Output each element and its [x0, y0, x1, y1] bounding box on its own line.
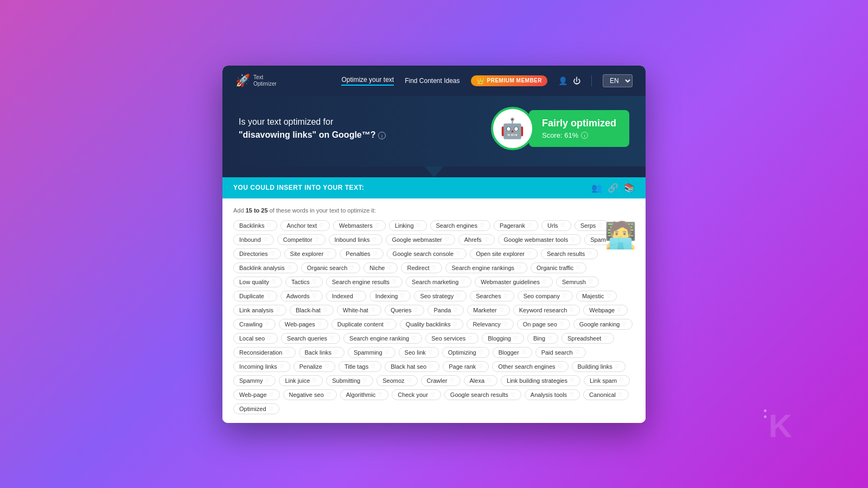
tag-item[interactable]: Check your♡	[392, 389, 441, 400]
heart-icon[interactable]: ♡	[619, 377, 624, 383]
heart-icon[interactable]: ♡	[392, 279, 397, 285]
tag-item[interactable]: Adwords♡	[280, 291, 323, 301]
tag-item[interactable]: Google search console♡	[387, 248, 467, 259]
tag-item[interactable]: Seo link♡	[399, 347, 439, 358]
heart-icon[interactable]: ♡	[375, 222, 380, 228]
tag-item[interactable]: Page rank♡	[443, 361, 489, 372]
heart-icon[interactable]: ♡	[576, 265, 580, 271]
tag-item[interactable]: Google webmaster tools♡	[498, 234, 582, 245]
tag-item[interactable]: Majestic♡	[576, 291, 617, 301]
tag-item[interactable]: Redirect♡	[401, 262, 442, 273]
heart-icon[interactable]: ♡	[478, 363, 483, 369]
heart-icon[interactable]: ♡	[324, 363, 329, 369]
heart-icon[interactable]: ♡	[521, 349, 526, 355]
tag-item[interactable]: Paid search♡	[535, 347, 586, 358]
tag-item[interactable]: Backlink analysis♡	[233, 262, 298, 273]
tag-item[interactable]: Keyword research♡	[513, 305, 580, 316]
tag-item[interactable]: Duplicate♡	[233, 291, 277, 301]
tag-item[interactable]: Searches♡	[470, 291, 514, 301]
heart-icon[interactable]: ♡	[266, 293, 271, 299]
heart-icon[interactable]: ♡	[559, 321, 564, 327]
heart-icon[interactable]: ♡	[373, 251, 378, 256]
tag-item[interactable]: Crawling♡	[233, 319, 276, 330]
tag-item[interactable]: Bing♡	[527, 333, 558, 344]
nav-optimize-link[interactable]: Optimize your text	[341, 76, 394, 86]
layers-icon[interactable]: 📚	[624, 183, 635, 193]
heart-icon[interactable]: ♡	[267, 335, 272, 341]
tag-item[interactable]: Seo strategy♡	[414, 291, 467, 301]
tag-item[interactable]: Relevancy♡	[467, 319, 513, 330]
heart-icon[interactable]: ♡	[430, 391, 435, 397]
heart-icon[interactable]: ♡	[271, 279, 276, 285]
heart-icon[interactable]: ♡	[349, 265, 354, 271]
heart-icon[interactable]: ♡	[416, 222, 421, 228]
heart-icon[interactable]: ♡	[516, 265, 521, 271]
tag-item[interactable]: Alexa♡	[464, 375, 498, 386]
tag-item[interactable]: Linking♡	[389, 220, 427, 231]
tag-item[interactable]: Penalties♡	[340, 248, 383, 259]
tag-item[interactable]: Directories♡	[233, 248, 281, 259]
heart-icon[interactable]: ♡	[575, 349, 580, 355]
tag-item[interactable]: Serps♡	[575, 220, 609, 231]
tag-item[interactable]: Negative seo♡	[283, 389, 337, 400]
heart-icon[interactable]: ♡	[450, 377, 455, 383]
heart-icon[interactable]: ♡	[587, 251, 592, 256]
heart-icon[interactable]: ♡	[400, 293, 405, 299]
heart-icon[interactable]: ♡	[385, 349, 390, 355]
tag-item[interactable]: Low quality♡	[233, 277, 282, 287]
tag-item[interactable]: Google webmaster♡	[386, 234, 455, 245]
heart-icon[interactable]: ♡	[323, 307, 328, 313]
tag-item[interactable]: Search engine results♡	[326, 277, 403, 287]
heart-icon[interactable]: ♡	[603, 335, 608, 341]
heart-icon[interactable]: ♡	[547, 335, 552, 341]
tag-item[interactable]: Spammy♡	[233, 375, 276, 386]
heart-icon[interactable]: ♡	[270, 251, 275, 256]
heart-icon[interactable]: ♡	[456, 251, 461, 256]
heart-icon[interactable]: ♡	[265, 321, 270, 327]
tag-item[interactable]: Queries♡	[385, 305, 425, 316]
tag-item[interactable]: On page seo♡	[517, 319, 570, 330]
tag-item[interactable]: Search queries♡	[281, 333, 340, 344]
tag-item[interactable]: Blogging♡	[482, 333, 524, 344]
heart-icon[interactable]: ♡	[372, 236, 376, 242]
heart-icon[interactable]: ♡	[487, 377, 492, 383]
heart-icon[interactable]: ♡	[560, 222, 565, 228]
heart-icon[interactable]: ♡	[478, 349, 483, 355]
heart-icon[interactable]: ♡	[407, 377, 412, 383]
tag-item[interactable]: Back links♡	[299, 347, 345, 358]
heart-icon[interactable]: ♡	[334, 349, 339, 355]
link-icon[interactable]: 🔗	[608, 183, 618, 193]
tag-item[interactable]: Indexed♡	[326, 291, 366, 301]
heart-icon[interactable]: ♡	[312, 377, 317, 383]
tag-item[interactable]: Semrush♡	[556, 277, 599, 287]
tag-item[interactable]: Link analysis♡	[233, 305, 286, 316]
heart-icon[interactable]: ♡	[456, 293, 461, 299]
tag-item[interactable]: Webmasters♡	[333, 220, 386, 231]
tag-item[interactable]: Seomoz♡	[376, 375, 417, 386]
tag-item[interactable]: Webmaster guidelines♡	[475, 277, 553, 287]
tag-item[interactable]: Link spam♡	[584, 375, 630, 386]
tag-item[interactable]: Anchor text♡	[280, 220, 330, 231]
tag-item[interactable]: Urls♡	[541, 220, 571, 231]
heart-icon[interactable]: ♡	[429, 363, 433, 369]
heart-icon[interactable]: ♡	[461, 279, 465, 285]
heart-icon[interactable]: ♡	[562, 293, 567, 299]
heart-icon[interactable]: ♡	[378, 391, 382, 397]
tag-item[interactable]: Spreadsheet♡	[561, 333, 614, 344]
tag-item[interactable]: Black hat seo♡	[385, 361, 439, 372]
user-icon[interactable]: 👤	[558, 76, 567, 85]
heart-icon[interactable]: ♡	[269, 391, 274, 397]
tag-item[interactable]: Canonical♡	[583, 389, 629, 400]
heart-icon[interactable]: ♡	[598, 222, 603, 228]
heart-icon[interactable]: ♡	[315, 236, 320, 242]
tag-item[interactable]: Incoming links♡	[233, 361, 290, 372]
heart-icon[interactable]: ♡	[617, 307, 622, 313]
heart-icon[interactable]: ♡	[312, 279, 317, 285]
tag-item[interactable]: Competitor♡	[277, 234, 326, 245]
heart-icon[interactable]: ♡	[622, 321, 627, 327]
heart-icon[interactable]: ♡	[484, 236, 489, 242]
heart-icon[interactable]: ♡	[285, 349, 290, 355]
tag-item[interactable]: Seo services♡	[425, 333, 478, 344]
heart-icon[interactable]: ♡	[263, 236, 268, 242]
heart-icon[interactable]: ♡	[480, 222, 484, 228]
